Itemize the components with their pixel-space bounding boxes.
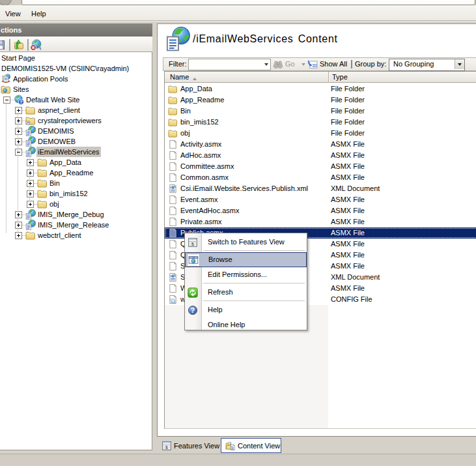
go-dropdown-arrow-icon[interactable] bbox=[301, 63, 305, 68]
save-connections-icon[interactable] bbox=[0, 40, 5, 50]
menu-item-edit-permissions[interactable]: Edit Permissions... bbox=[185, 267, 307, 282]
config-icon bbox=[168, 295, 178, 304]
go-button[interactable]: Go bbox=[285, 58, 295, 70]
show-all-button[interactable]: Show All bbox=[320, 58, 347, 70]
list-row-adhoc-asmx[interactable]: AdHoc.asmxASMX File bbox=[165, 150, 476, 161]
tree-item-label: crystalreportviewers bbox=[38, 115, 102, 126]
tree-item-label: Start Page bbox=[1, 53, 35, 63]
expand-icon[interactable] bbox=[27, 180, 34, 187]
list-row-app-readme[interactable]: App_ReadmeFile Folder bbox=[165, 95, 476, 106]
tree-item-app-data[interactable]: App_Data bbox=[0, 157, 152, 167]
tree-item-bin[interactable]: Bin bbox=[0, 178, 152, 188]
address-bar-partial[interactable] bbox=[21, 0, 475, 5]
tree-item-iemailwebservices[interactable]: iEmailWebServices bbox=[0, 147, 152, 157]
tree-item-aspnet-client[interactable]: aspnet_client bbox=[0, 105, 152, 115]
file-type: ASMX File bbox=[331, 250, 365, 261]
list-row-common-asmx[interactable]: Common.asmxASMX File bbox=[165, 172, 476, 183]
tree-item-label: App_Readme bbox=[49, 167, 93, 178]
menu-help[interactable]: Help bbox=[31, 7, 46, 22]
tree-item-webctrl-client[interactable]: webctrl_client bbox=[0, 230, 152, 240]
menu-item-switch-to-features-view[interactable]: Switch to Features View bbox=[185, 235, 307, 250]
tree-item-label: App_Data bbox=[49, 157, 81, 167]
tree-item-default-web-site[interactable]: Default Web Site bbox=[0, 95, 152, 105]
list-row-csi-iemail-website-services-publish-xml[interactable]: Csi.iEmail.Website.Services.Publish.xmlX… bbox=[165, 183, 476, 194]
list-row-activity-asmx[interactable]: Activity.asmxASMX File bbox=[165, 139, 476, 150]
folder-icon bbox=[37, 188, 48, 199]
file-name: Csi.iEmail.Website.Services.Publish.xml bbox=[180, 183, 308, 194]
page-icon bbox=[168, 162, 178, 171]
filter-label: Filter: bbox=[169, 58, 187, 70]
file-type: File Folder bbox=[331, 128, 365, 139]
menu-item-online-help[interactable]: Online Help bbox=[185, 317, 307, 332]
tree-item-imis-imerge-release[interactable]: IMIS_IMerge_Release bbox=[0, 220, 152, 230]
file-name: bin_imis152 bbox=[180, 117, 219, 128]
tree-guide-line bbox=[18, 113, 18, 233]
expand-icon[interactable] bbox=[15, 222, 22, 229]
folder-icon bbox=[168, 128, 178, 138]
expand-icon[interactable] bbox=[15, 211, 22, 218]
menu-item-browse[interactable]: Browse bbox=[185, 252, 307, 267]
file-type: ASMX File bbox=[331, 139, 365, 150]
expand-icon[interactable] bbox=[15, 128, 22, 135]
column-header-name[interactable]: Name bbox=[170, 72, 189, 82]
expand-icon[interactable] bbox=[15, 107, 22, 114]
folder-icon bbox=[168, 117, 178, 127]
collapse-icon[interactable] bbox=[15, 149, 22, 156]
filter-dropdown-arrow-icon[interactable] bbox=[264, 63, 268, 68]
tree-item-imis-imerge-debug[interactable]: IMIS_IMerge_Debug bbox=[0, 209, 152, 220]
content-pane-bottom-border bbox=[157, 436, 476, 437]
group-by-select[interactable]: No Grouping bbox=[389, 59, 465, 71]
show-all-icon[interactable] bbox=[307, 59, 318, 70]
list-row-private-asmx[interactable]: Private.asmxASMX File bbox=[165, 216, 476, 227]
tree-item-app-readme[interactable]: App_Readme bbox=[0, 167, 152, 178]
expand-icon[interactable] bbox=[15, 117, 22, 124]
list-row-bin-imis152[interactable]: bin_imis152File Folder bbox=[165, 117, 476, 128]
column-header-type[interactable]: Type bbox=[332, 72, 348, 82]
expand-icon[interactable] bbox=[27, 159, 34, 166]
refresh-icon bbox=[188, 287, 198, 298]
filter-toolbar: Filter: Go Show All Group by: No Groupin… bbox=[163, 57, 476, 71]
menu-item-help[interactable]: Help bbox=[185, 302, 307, 317]
list-row-bin[interactable]: BinFile Folder bbox=[165, 106, 476, 117]
tree-item-application-pools[interactable]: Application Pools bbox=[0, 74, 152, 84]
file-type: XML Document bbox=[331, 272, 380, 283]
menu-item-refresh[interactable]: Refresh bbox=[185, 285, 307, 300]
back-button-partial[interactable] bbox=[0, 0, 12, 5]
list-row-eventadhoc-asmx[interactable]: EventAdHoc.asmxASMX File bbox=[165, 205, 476, 216]
list-row-committee-asmx[interactable]: Committee.asmxASMX File bbox=[165, 161, 476, 172]
app-icon bbox=[25, 136, 36, 147]
menu-item-label: Browse bbox=[208, 253, 232, 267]
folder-icon bbox=[37, 157, 48, 167]
tab-content-view[interactable]: Content View bbox=[221, 438, 281, 453]
page-icon bbox=[168, 261, 178, 271]
tree-item-label: Sites bbox=[13, 84, 29, 95]
remove-connection-icon[interactable] bbox=[30, 39, 42, 51]
expand-icon[interactable] bbox=[15, 138, 22, 145]
collapse-icon[interactable] bbox=[3, 96, 10, 104]
menu-view[interactable]: View bbox=[5, 7, 21, 22]
tree-item-sites[interactable]: Sites bbox=[0, 84, 152, 95]
expand-icon[interactable] bbox=[27, 169, 34, 177]
list-row-event-asmx[interactable]: Event.asmxASMX File bbox=[165, 194, 476, 205]
group-by-dropdown-button[interactable] bbox=[455, 59, 464, 69]
folder-icon bbox=[25, 230, 36, 240]
list-row-app-data[interactable]: App_DataFile Folder bbox=[165, 83, 476, 95]
menu-item-label: Edit Permissions... bbox=[208, 267, 267, 282]
tree-item-demoimis1525-vm-csiinc-rayadmin[interactable]: DEMOIMIS1525-VM (CSIINC\rayadmin) bbox=[0, 63, 152, 74]
expand-icon[interactable] bbox=[27, 190, 34, 197]
filter-input[interactable] bbox=[188, 59, 271, 70]
expand-icon[interactable] bbox=[27, 201, 34, 208]
sort-ascending-icon bbox=[193, 76, 197, 80]
file-type: File Folder bbox=[331, 95, 365, 106]
list-row-obj[interactable]: objFile Folder bbox=[165, 128, 476, 139]
expand-icon[interactable] bbox=[15, 232, 22, 239]
tree-item-demoimis[interactable]: DEMOIMIS bbox=[0, 126, 152, 136]
tree-item-obj[interactable]: obj bbox=[0, 199, 152, 209]
file-name: Event.asmx bbox=[180, 194, 217, 205]
tree-item-bin-imis152[interactable]: bin_imis152 bbox=[0, 188, 152, 199]
go-binoculars-icon[interactable] bbox=[273, 59, 283, 70]
tree-item-crystalreportviewers[interactable]: crystalreportviewers bbox=[0, 115, 152, 126]
connect-icon[interactable] bbox=[13, 39, 24, 50]
tree-item-demoweb[interactable]: DEMOWEB bbox=[0, 136, 152, 147]
tree-item-start-page[interactable]: Start Page bbox=[0, 53, 152, 63]
